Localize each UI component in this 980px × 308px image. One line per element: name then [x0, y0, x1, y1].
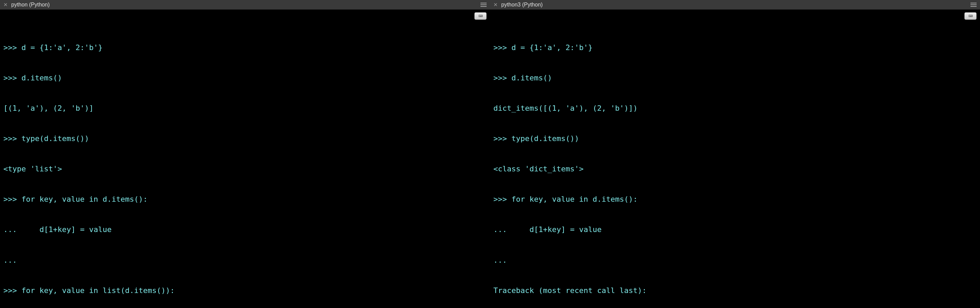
terminal-line: dict_items([(1, 'a'), (2, 'b')])	[493, 103, 977, 113]
keyboard-indicator-icon: ⌨	[964, 12, 977, 20]
hamburger-icon[interactable]	[970, 2, 977, 8]
terminal-line: ...	[3, 255, 487, 265]
tab-left-group: ✕ python (Python)	[3, 1, 50, 8]
terminal-line: >>> d.items()	[3, 73, 487, 83]
tab-title[interactable]: python (Python)	[11, 1, 50, 8]
terminal-pane-right: ✕ python3 (Python) ⌨ >>> d = {1:'a', 2:'…	[490, 0, 980, 308]
terminal-line: ... d[1+key] = value	[3, 225, 487, 235]
terminal-line: >>> for key, value in list(d.items()):	[3, 286, 487, 296]
terminal-line: >>> type(d.items())	[3, 134, 487, 144]
close-icon[interactable]: ✕	[3, 2, 8, 8]
terminal-line: <class 'dict_items'>	[493, 164, 977, 174]
terminal-pane-left: ✕ python (Python) ⌨ >>> d = {1:'a', 2:'b…	[0, 0, 490, 308]
tab-title[interactable]: python3 (Python)	[501, 1, 543, 8]
keyboard-indicator-icon: ⌨	[474, 12, 487, 20]
terminal-output-left[interactable]: ⌨ >>> d = {1:'a', 2:'b'} >>> d.items() […	[0, 10, 490, 308]
terminal-line: Traceback (most recent call last):	[493, 286, 977, 296]
terminal-line: >>> d = {1:'a', 2:'b'}	[493, 43, 977, 53]
terminal-line: ... d[1+key] = value	[493, 225, 977, 235]
terminal-line: >>> for key, value in d.items():	[3, 194, 487, 204]
terminal-line: ...	[493, 255, 977, 265]
terminal-output-right[interactable]: ⌨ >>> d = {1:'a', 2:'b'} >>> d.items() d…	[490, 10, 980, 308]
terminal-line: >>> for key, value in d.items():	[493, 194, 977, 204]
tab-bar-right: ✕ python3 (Python)	[490, 0, 980, 10]
tab-left-group: ✕ python3 (Python)	[493, 1, 543, 8]
tab-bar-left: ✕ python (Python)	[0, 0, 490, 10]
hamburger-icon[interactable]	[480, 2, 487, 8]
terminal-line: >>> type(d.items())	[493, 134, 977, 144]
terminal-line: <type 'list'>	[3, 164, 487, 174]
terminal-line: >>> d.items()	[493, 73, 977, 83]
terminal-line: >>> d = {1:'a', 2:'b'}	[3, 43, 487, 53]
close-icon[interactable]: ✕	[493, 2, 498, 8]
terminal-line: [(1, 'a'), (2, 'b')]	[3, 103, 487, 113]
